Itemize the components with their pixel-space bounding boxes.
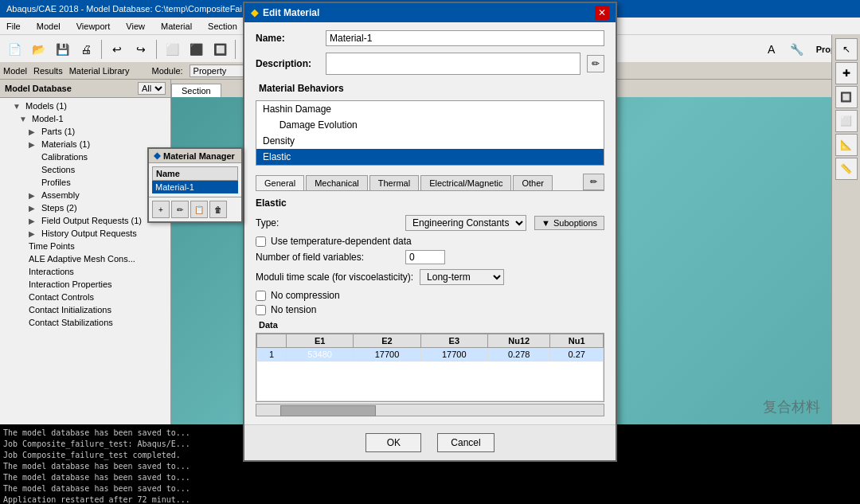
material-manager-title-text: Material Manager <box>163 151 235 161</box>
type-label: Type: <box>256 217 399 229</box>
cell-rownum: 1 <box>257 348 287 361</box>
col-e3: E3 <box>420 334 487 348</box>
behavior-elastic[interactable]: Elastic <box>256 149 604 165</box>
field-vars-input[interactable] <box>405 250 445 264</box>
mat-manager-btn-1[interactable]: + <box>152 201 170 218</box>
no-compression-checkbox[interactable] <box>256 291 266 301</box>
col-nu12: Nu12 <box>487 334 549 348</box>
edit-material-dialog: ◆ Edit Material ✕ Name: Description: ✏ <box>243 2 617 462</box>
suboptions-button[interactable]: ▼ Suboptions <box>534 216 604 230</box>
data-header: Data <box>256 318 604 331</box>
description-label: Description: <box>256 58 319 69</box>
tab-general[interactable]: General <box>256 175 304 190</box>
data-table-container: E1 E2 E3 Nu12 Nu1 1 53480 17700 <box>256 333 604 402</box>
dialog-tabs: General Mechanical Thermal Electrical/Ma… <box>256 174 604 191</box>
tab-edit-btn[interactable]: ✏ <box>583 174 604 190</box>
no-compression-row: No compression <box>256 290 604 301</box>
dialog-buttons: OK Cancel <box>244 424 616 460</box>
moduli-row: Moduli time scale (for viscoelasticity):… <box>256 269 604 285</box>
type-select[interactable]: Engineering Constants Isotropic Lamina A… <box>405 215 526 231</box>
cell-nu1[interactable]: 0.27 <box>550 348 604 361</box>
cell-e2[interactable]: 17700 <box>354 348 420 361</box>
behavior-damage-evo[interactable]: Damage Evolution <box>256 117 604 133</box>
dialog-body: Name: Description: ✏ Material Behaviors … <box>244 22 616 424</box>
col-rownum <box>257 334 287 348</box>
suboptions-label: Suboptions <box>553 218 597 228</box>
moduli-select[interactable]: Long-term Instantaneous <box>420 269 504 285</box>
temp-dependent-row: Use temperature-dependent data <box>256 236 604 247</box>
suboptions-arrow: ▼ <box>541 218 550 228</box>
col-e2: E2 <box>354 334 420 348</box>
material-manager-window: ◆ Material Manager Name Material-1 + ✏ 📋… <box>147 147 243 223</box>
col-e1: E1 <box>286 334 353 348</box>
no-tension-checkbox[interactable] <box>256 305 266 315</box>
type-row: Type: Engineering Constants Isotropic La… <box>256 215 604 231</box>
behaviors-header: Material Behaviors <box>256 81 604 96</box>
material-manager-body: Name Material-1 <box>149 163 241 197</box>
col-nu1: Nu1 <box>550 334 604 348</box>
material-manager-title: ◆ Material Manager <box>149 149 241 163</box>
mat-manager-btn-2[interactable]: ✏ <box>171 201 189 218</box>
mat-manager-btn-3[interactable]: 📋 <box>190 201 208 218</box>
name-input[interactable] <box>326 30 604 46</box>
material-manager-col: Name <box>152 166 238 181</box>
description-row: Description: ✏ <box>256 53 604 75</box>
no-tension-row: No tension <box>256 304 604 315</box>
dialog-title: Edit Material <box>263 7 319 18</box>
tab-mechanical[interactable]: Mechanical <box>306 175 368 190</box>
tab-other[interactable]: Other <box>513 175 553 190</box>
behavior-hashin[interactable]: Hashin Damage <box>256 101 604 117</box>
field-vars-row: Number of field variables: <box>256 250 604 264</box>
field-vars-label: Number of field variables: <box>256 252 399 263</box>
elastic-label: Elastic <box>256 197 604 209</box>
cell-e1[interactable]: 53480 <box>286 348 353 361</box>
tab-thermal[interactable]: Thermal <box>369 175 419 190</box>
no-compression-label: No compression <box>271 290 340 301</box>
tab-electrical[interactable]: Electrical/Magnetic <box>420 175 511 190</box>
moduli-label: Moduli time scale (for viscoelasticity): <box>256 272 413 283</box>
horizontal-scrollbar[interactable] <box>256 404 604 416</box>
watermark: 复合材料 <box>763 397 820 416</box>
material-manager-item[interactable]: Material-1 <box>152 181 238 193</box>
no-tension-label: No tension <box>271 304 316 315</box>
table-row[interactable]: 1 53480 17700 17700 0.278 0.27 <box>257 348 604 361</box>
behaviors-list: Hashin Damage Damage Evolution Density E… <box>256 100 604 166</box>
name-label: Name: <box>256 33 319 44</box>
ok-button[interactable]: OK <box>366 433 421 452</box>
name-row: Name: <box>256 30 604 46</box>
table-row-empty[interactable] <box>257 361 604 401</box>
description-edit-btn[interactable]: ✏ <box>587 55 604 72</box>
temp-dependent-checkbox[interactable] <box>256 236 266 247</box>
dialog-close-button[interactable]: ✕ <box>595 6 609 20</box>
table-header-row: E1 E2 E3 Nu12 Nu1 <box>257 334 604 348</box>
temp-dependent-label: Use temperature-dependent data <box>271 236 412 247</box>
app-window: Abaqus/CAE 2018 - Model Database: C:\tem… <box>0 0 860 504</box>
behavior-density[interactable]: Density <box>256 133 604 149</box>
scrollbar-thumb[interactable] <box>280 405 376 416</box>
data-table: E1 E2 E3 Nu12 Nu1 1 53480 17700 <box>256 334 604 401</box>
cell-e3[interactable]: 17700 <box>420 348 487 361</box>
modal-overlay: ◆ Edit Material ✕ Name: Description: ✏ <box>0 0 860 504</box>
cell-nu12[interactable]: 0.278 <box>487 348 549 361</box>
cancel-button[interactable]: Cancel <box>437 433 494 452</box>
dialog-titlebar: ◆ Edit Material ✕ <box>244 3 616 22</box>
mat-manager-btn-4[interactable]: 🗑 <box>209 201 227 218</box>
description-input[interactable] <box>326 53 580 75</box>
